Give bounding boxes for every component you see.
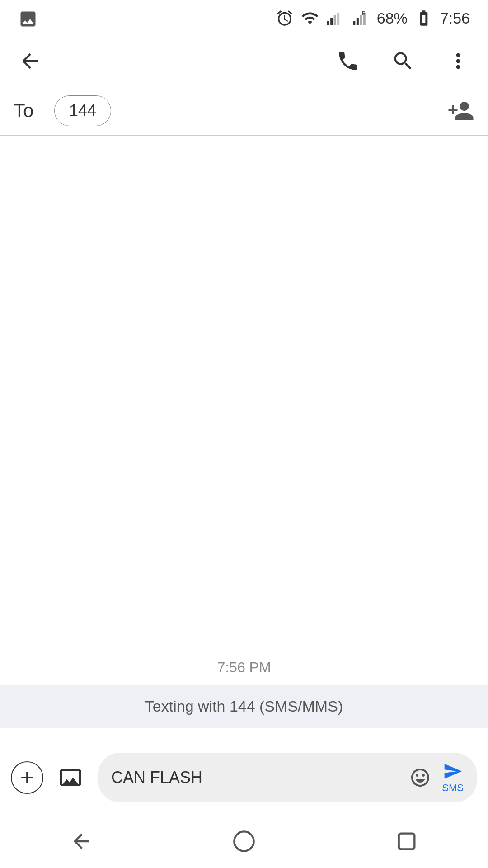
svg-rect-3 xyxy=(337,13,339,25)
svg-rect-6 xyxy=(360,15,362,25)
back-button[interactable] xyxy=(14,45,46,77)
nav-back-button[interactable] xyxy=(61,821,102,862)
svg-point-9 xyxy=(234,831,253,851)
nav-bar xyxy=(0,814,488,868)
svg-rect-10 xyxy=(399,833,415,849)
add-contact-button[interactable] xyxy=(447,97,474,124)
to-label: To xyxy=(14,100,41,122)
send-button[interactable]: SMS xyxy=(442,761,464,794)
recipient-chip[interactable]: 144 xyxy=(54,95,111,126)
clock-time: 7:56 xyxy=(440,9,470,27)
svg-rect-1 xyxy=(330,18,333,25)
status-bar: R 68% 7:56 xyxy=(0,0,488,36)
timestamp: 7:56 PM xyxy=(217,659,271,676)
add-attachment-button[interactable] xyxy=(11,761,43,794)
message-area: 7:56 PM Texting with 144 (SMS/MMS) xyxy=(0,136,488,741)
status-icons: R 68% 7:56 xyxy=(276,9,470,27)
to-field: To 144 xyxy=(0,86,488,136)
app-bar xyxy=(0,36,488,86)
nav-home-button[interactable] xyxy=(223,821,265,862)
notification-icon xyxy=(18,9,38,31)
media-button[interactable] xyxy=(54,761,87,794)
sms-info-bar: Texting with 144 (SMS/MMS) xyxy=(0,685,488,728)
svg-rect-5 xyxy=(357,18,359,25)
search-button[interactable] xyxy=(387,45,419,77)
emoji-button[interactable] xyxy=(409,767,431,788)
svg-rect-2 xyxy=(333,15,336,25)
svg-rect-4 xyxy=(353,21,355,25)
sms-info-text: Texting with 144 (SMS/MMS) xyxy=(145,698,343,715)
message-input-wrapper: SMS xyxy=(98,753,477,802)
message-input[interactable] xyxy=(111,768,400,787)
battery-percent: 68% xyxy=(377,9,408,27)
bottom-input-area: SMS xyxy=(0,741,488,814)
svg-rect-0 xyxy=(327,21,329,25)
phone-button[interactable] xyxy=(332,45,364,77)
more-options-button[interactable] xyxy=(442,45,474,77)
svg-text:R: R xyxy=(362,11,365,16)
send-label: SMS xyxy=(442,782,464,794)
nav-recents-button[interactable] xyxy=(386,821,427,862)
